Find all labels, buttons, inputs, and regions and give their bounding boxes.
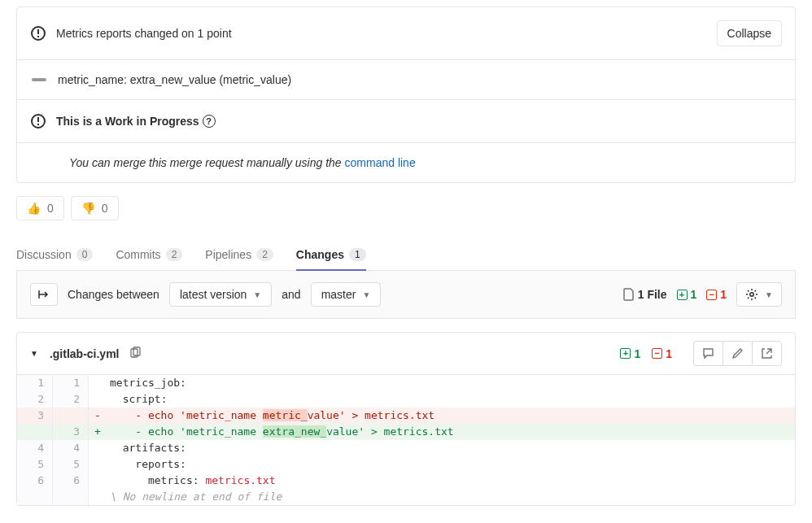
diff-line[interactable]: 11 metrics_job: [17,375,795,391]
neutral-icon [32,78,46,81]
collapse-button[interactable]: Collapse [717,20,782,46]
new-line-number: 3 [53,424,89,440]
comment-button[interactable] [693,341,723,366]
file-name: .gitlab-ci.yml [50,347,120,360]
comment-icon [702,347,714,360]
diff-marker: + [89,424,107,440]
old-line-number: 4 [17,440,53,456]
svg-rect-4 [37,117,39,122]
diff-marker [89,391,107,408]
svg-rect-2 [37,36,39,37]
tree-toggle-button[interactable] [30,283,58,306]
code-content: script: [107,391,795,408]
chevron-down-icon: ▼ [765,290,773,299]
svg-point-6 [750,293,753,296]
diff-file: ▼ .gitlab-ci.yml + 1 − 1 11 metrics_job:… [16,332,796,506]
removals-count: − 1 [706,288,727,301]
plus-icon: + [620,348,631,359]
mr-tabs: Discussion 0 Commits 2 Pipelines 2 Chang… [16,240,796,271]
diff-line[interactable]: 3- - echo 'metric_name metric_value' > m… [17,408,795,424]
thumbs-up-icon: 👍 [27,202,41,215]
warning-icon [30,113,46,129]
tab-commits[interactable]: Commits 2 [116,240,182,271]
pencil-icon [731,347,744,360]
thumbs-down-icon: 👎 [81,202,95,215]
thumbs-down-button[interactable]: 👎 0 [71,196,119,220]
settings-dropdown[interactable]: ▼ [736,282,782,307]
metrics-report-header: Metrics reports changed on 1 point Colla… [17,7,795,60]
diff-marker: - [89,408,107,424]
chevron-down-icon: ▼ [362,290,370,299]
file-header: ▼ .gitlab-ci.yml + 1 − 1 [17,333,795,374]
removals-value: 1 [720,288,727,301]
merge-text-prefix: You can merge this merge request manuall… [69,156,345,169]
external-link-button[interactable] [752,341,782,366]
diff-line[interactable]: 3+ - echo 'metric_name extra_new_value' … [17,424,795,440]
file-removals-value: 1 [666,347,672,360]
minus-icon: − [706,290,717,300]
dropdown-value: latest version [180,288,247,301]
warning-icon [30,25,46,41]
tab-label: Changes [296,248,344,261]
thumbs-up-count: 0 [47,202,54,215]
wip-title: This is a Work in Progress [56,115,199,128]
old-line-number: 1 [17,375,53,391]
old-line-number: 2 [17,391,53,408]
tab-discussion[interactable]: Discussion 0 [16,240,93,271]
help-icon[interactable]: ? [203,115,216,128]
diff-marker [89,473,107,489]
tab-badge: 2 [256,248,273,261]
tab-label: Commits [116,248,160,261]
additions-count: + 1 [677,288,697,301]
tab-badge: 1 [349,248,366,261]
new-line-number: 6 [53,473,89,489]
code-content: artifacts: [107,440,795,456]
gear-icon [745,288,758,301]
wip-section: This is a Work in Progress ? [17,100,795,143]
diff-marker [89,440,107,456]
tree-icon [38,289,50,300]
old-line-number: 3 [17,408,53,424]
merge-instructions: You can merge this merge request manuall… [17,143,795,182]
copy-path-button[interactable] [130,346,142,360]
tab-pipelines[interactable]: Pipelines 2 [205,240,273,271]
command-line-link[interactable]: command line [345,156,416,169]
tab-changes[interactable]: Changes 1 [296,240,366,271]
tab-label: Pipelines [205,248,251,261]
tab-badge: 0 [76,248,94,261]
new-line-number: 2 [53,391,89,408]
dropdown-value: master [321,288,356,301]
diff-line[interactable]: 22 script: [17,391,795,408]
and-label: and [282,288,300,301]
tab-label: Discussion [16,248,72,261]
code-content: metrics_job: [107,375,795,391]
new-line-number: 5 [53,456,89,473]
metrics-item-text: metric_name: extra_new_value (metric_val… [58,73,291,86]
old-line-number: 5 [17,456,53,473]
chevron-down-icon: ▼ [253,290,261,299]
changes-toolbar: Changes between latest version ▼ and mas… [16,271,796,319]
version-to-dropdown[interactable]: master ▼ [311,282,382,307]
plus-icon: + [677,290,688,300]
code-content: reports: [107,456,795,473]
diff-line[interactable]: 55 reports: [17,456,795,473]
diff-line[interactable]: 66 metrics: metrics.txt [17,473,795,489]
code-content: - echo 'metric_name extra_new_value' > m… [107,424,795,440]
metrics-item-row: metric_name: extra_new_value (metric_val… [17,60,795,100]
old-line-number [17,424,53,440]
collapse-file-toggle[interactable]: ▼ [30,349,38,358]
file-additions-value: 1 [634,347,640,360]
new-line-number [53,408,89,424]
new-line-number: 1 [53,375,89,391]
version-from-dropdown[interactable]: latest version ▼ [169,282,272,307]
diff-content: 11 metrics_job:22 script:3- - echo 'metr… [17,374,795,505]
code-content: metrics: metrics.txt [107,473,795,489]
thumbs-up-button[interactable]: 👍 0 [16,196,64,220]
file-additions: + 1 [620,347,640,360]
diff-marker [89,456,107,473]
minus-icon: − [652,348,662,359]
edit-button[interactable] [723,341,752,366]
old-line-number: 6 [17,473,53,489]
file-actions [693,341,782,366]
diff-line[interactable]: 44 artifacts: [17,440,795,456]
